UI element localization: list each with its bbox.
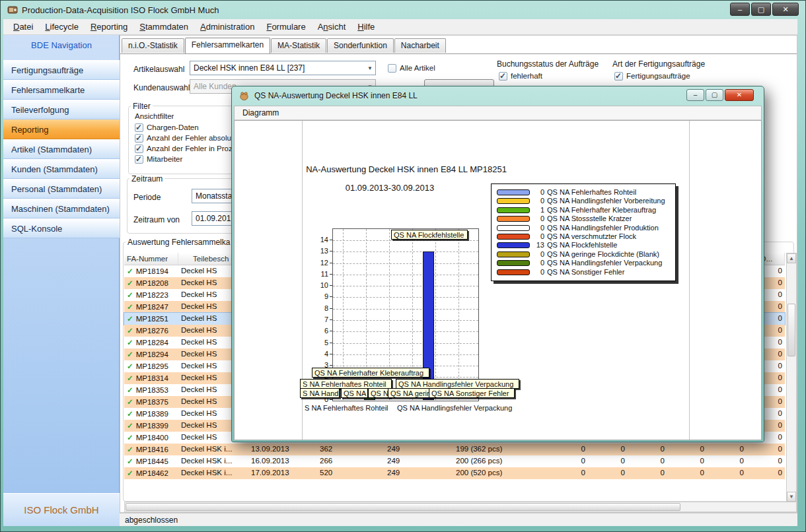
- legend-swatch: [497, 260, 530, 266]
- periode-value: Monatssta: [196, 191, 232, 201]
- check-icon: ✓: [127, 446, 133, 453]
- sidebar-item-reporting[interactable]: Reporting: [3, 119, 120, 139]
- menu-bar: DateiLifecycleReportingStammdatenAdminis…: [3, 19, 797, 35]
- cell-fa-nummer: ✓MP18284: [124, 337, 178, 349]
- check-icon: ✓: [127, 303, 133, 311]
- close-button[interactable]: ✕: [772, 3, 799, 16]
- alle-artikel-checkbox[interactable]: Alle Artikel: [388, 63, 435, 73]
- menu-lifecycle[interactable]: Lifecycle: [39, 19, 85, 34]
- dialog-minimize-button[interactable]: –: [686, 89, 704, 101]
- dialog-close-button[interactable]: ✕: [725, 89, 754, 101]
- legend-entry-qs-na-geringe-flockdichte-blank: 0QS NA geringe Flockdichte (Blank): [497, 250, 673, 259]
- artikelauswahl-label: Artikelauswahl: [133, 65, 184, 74]
- table-vscrollbar[interactable]: ▲ ▼: [786, 253, 797, 502]
- checkbox-anzahl-der-fehler-absolut[interactable]: Anzahl der Fehler absolut: [135, 133, 233, 143]
- y-tick-label: 13: [306, 247, 328, 255]
- cell: 0: [667, 467, 707, 479]
- tab-nacharbeit[interactable]: Nacharbeit: [394, 38, 446, 53]
- hscrollbar-thumb[interactable]: [126, 503, 680, 511]
- sidebar-item-artikel-stammdaten[interactable]: Artikel (Stammdaten): [3, 139, 120, 159]
- y-tick-label: 14: [306, 236, 328, 244]
- column-header-fa-nummer[interactable]: FA-Nummer: [124, 253, 178, 265]
- checkbox-icon[interactable]: [135, 123, 143, 132]
- tab-sonderfunktion[interactable]: Sonderfunktion: [327, 38, 394, 53]
- checkbox-icon[interactable]: [388, 64, 396, 73]
- dialog-qs-na-auswertung: QS NA-Auswertung Deckel HSK innen E84 LL…: [231, 86, 764, 442]
- menu-reporting[interactable]: Reporting: [85, 19, 133, 34]
- checkbox-fertigungsaufträge[interactable]: Fertigungsaufträge: [614, 71, 690, 81]
- gridline-h: [333, 343, 478, 344]
- checkbox-anzahl-der-fehler-in-proz[interactable]: Anzahl der Fehler in Proz: [135, 144, 233, 154]
- sidebar-header: BDE Navigation: [3, 40, 120, 50]
- sidebar-items: FertigungsaufträgeFehlersammelkarteTeile…: [3, 60, 120, 238]
- sidebar-item-sql-konsole[interactable]: SQL-Konsole: [3, 218, 120, 238]
- menu-datei[interactable]: Datei: [7, 19, 39, 34]
- scroll-up-icon[interactable]: ▲: [787, 253, 796, 263]
- cell-teilebeschreibung: Deckel HSK i...: [178, 444, 248, 455]
- legend-entry-qs-na-fehlerhaftes-rohteil: 0QS NA Fehlerhaftes Rohteil: [497, 188, 673, 197]
- zeitraum-von-label: Zeitraum von: [133, 215, 180, 224]
- sidebar-item-teileverfolgung[interactable]: Teileverfolgung: [3, 100, 120, 119]
- check-icon: ✓: [127, 279, 133, 287]
- y-tick: [330, 251, 332, 251]
- menu-stammdaten[interactable]: Stammdaten: [133, 19, 194, 34]
- y-tick: [330, 354, 332, 354]
- filter-group-label: Filter: [131, 102, 153, 111]
- legend-swatch: [497, 216, 530, 222]
- y-tick: [330, 240, 332, 240]
- menu-hilfe[interactable]: Hilfe: [351, 19, 381, 34]
- checkbox-icon[interactable]: [135, 145, 143, 153]
- checkbox-fehlerhaft[interactable]: fehlerhaft: [499, 71, 542, 81]
- chevron-down-icon: ▼: [367, 65, 373, 71]
- check-icon: ✓: [127, 410, 133, 418]
- minimize-button[interactable]: –: [730, 3, 750, 16]
- chart-title: NA-Auswertung Deckel HSK innen E84 LL MP…: [304, 164, 509, 174]
- legend-entry-qs-na-handlingsfehler-vorbereitung: 0QS NA Handlingsfehler Vorbereitung: [497, 197, 673, 205]
- cell: 0: [628, 467, 667, 479]
- page-divider-right: [689, 121, 690, 440]
- sidebar-item-maschinen-stammdaten[interactable]: Maschinen (Stammdaten): [3, 199, 120, 218]
- tab-ma-statistik[interactable]: MA-Statistik: [271, 38, 326, 53]
- checkbox-icon[interactable]: [499, 72, 507, 81]
- auswertung-group-label: Auswertung Fehlersammelka: [126, 238, 232, 247]
- table-row-mp18445[interactable]: ✓MP18445Deckel HSK i...16.09.20132662492…: [124, 455, 785, 467]
- cell: 0: [707, 467, 747, 479]
- sidebar-item-fehlersammelkarte[interactable]: Fehlersammelkarte: [3, 80, 120, 100]
- checkbox-icon[interactable]: [614, 72, 623, 81]
- scroll-down-icon[interactable]: ▼: [787, 492, 796, 502]
- tab-n-i-o-statistik[interactable]: n.i.O.-Statistik: [122, 38, 184, 53]
- checkbox-mitarbeiter[interactable]: Mitarbeiter: [135, 154, 182, 164]
- checkbox-icon[interactable]: [135, 155, 143, 164]
- cell-fa-nummer: ✓MP18400: [124, 432, 178, 444]
- menu-formulare[interactable]: Formulare: [260, 19, 311, 34]
- menu-administration[interactable]: Administration: [194, 19, 260, 34]
- table-hscrollbar[interactable]: [124, 502, 797, 512]
- cell: 249: [385, 444, 453, 455]
- check-icon: ✓: [127, 374, 133, 382]
- dialog-title: QS NA-Auswertung Deckel HSK innen E84 LL: [254, 91, 418, 100]
- menu-ansicht[interactable]: Ansicht: [312, 19, 352, 34]
- gridline-v: [435, 229, 436, 400]
- zeitraum-group-label: Zeitraum: [129, 174, 165, 183]
- vscrollbar-thumb[interactable]: [788, 304, 795, 356]
- checkbox-icon[interactable]: [135, 134, 143, 143]
- menu-diagramm[interactable]: Diagramm: [242, 108, 279, 117]
- artikelauswahl-combobox[interactable]: Deckel HSK innen E84 LL [237] ▼: [190, 61, 376, 75]
- gridline-h: [333, 275, 478, 275]
- sidebar-item-fertigungsaufträge[interactable]: Fertigungsaufträge: [3, 60, 120, 80]
- dialog-maximize-button[interactable]: ▢: [706, 89, 723, 101]
- maximize-button[interactable]: ▢: [751, 3, 771, 16]
- check-icon: ✓: [127, 315, 133, 323]
- legend-swatch: [497, 225, 530, 231]
- cell-sio: 0: [747, 467, 785, 479]
- cell: 362: [317, 444, 385, 455]
- checkbox-chargen-daten[interactable]: Chargen-Daten: [135, 123, 199, 133]
- cell: 249: [385, 467, 453, 479]
- series-label-box: QS NA gerin: [388, 388, 431, 398]
- table-row-mp18416[interactable]: ✓MP18416Deckel HSK i...13.09.20133622491…: [124, 444, 785, 455]
- sidebar-item-personal-stammdaten[interactable]: Personal (Stammdaten): [3, 179, 120, 199]
- table-row-mp18462[interactable]: ✓MP18462Deckel HSK i...17.09.20135202492…: [124, 467, 785, 479]
- app-icon: [7, 5, 18, 15]
- tab-fehlersammelkarten[interactable]: Fehlersammelkarten: [185, 38, 270, 53]
- sidebar-item-kunden-stammdaten[interactable]: Kunden (Stammdaten): [3, 159, 120, 179]
